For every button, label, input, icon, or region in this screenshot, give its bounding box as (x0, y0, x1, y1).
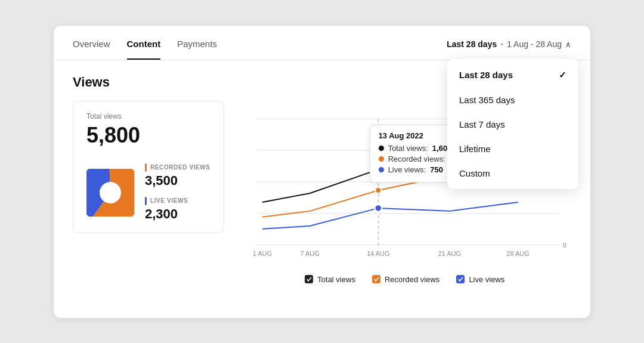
legend-total[interactable]: Total views (305, 275, 355, 284)
dropdown-item-last365[interactable]: Last 365 days (447, 88, 578, 112)
tab-content[interactable]: Content (127, 39, 161, 60)
chart-legend: Total views Recorded views Live views (239, 275, 571, 284)
live-value: 2,300 (145, 206, 210, 222)
legend-label-total: Total views (317, 275, 355, 284)
recorded-stat: RECORDED VIEWS 3,500 (145, 163, 210, 189)
recorded-label: RECORDED VIEWS (145, 163, 210, 172)
dropdown-item-label: Custom (459, 168, 490, 178)
tooltip-label-recorded: Recorded views: (388, 154, 445, 163)
dropdown-item-last28[interactable]: Last 28 days ✓ (447, 63, 578, 88)
recorded-value: 3,500 (145, 173, 210, 189)
total-views-label: Total views (86, 112, 210, 120)
dropdown-item-custom[interactable]: Custom (447, 161, 578, 186)
stats-panel: Total views 5,800 RECORDED VIEWS (73, 101, 224, 233)
tooltip-dot-total (379, 146, 384, 151)
stats-breakdown: RECORDED VIEWS 3,500 LIVE VIEWS 2,300 (145, 163, 210, 222)
tooltip-dot-recorded (379, 156, 384, 162)
legend-live[interactable]: Live views (456, 275, 504, 284)
svg-text:7 AUG: 7 AUG (300, 249, 319, 257)
svg-text:21 AUG: 21 AUG (438, 249, 460, 257)
tab-list: Overview Content Payments (73, 39, 217, 60)
dropdown-item-last7[interactable]: Last 7 days (447, 112, 578, 137)
date-selector-label: Last 28 days (447, 39, 497, 49)
legend-checkbox-live (456, 275, 465, 283)
tooltip-dot-live (379, 167, 384, 172)
dropdown-item-label: Last 7 days (459, 119, 505, 129)
tab-overview[interactable]: Overview (73, 39, 110, 60)
svg-text:14 AUG: 14 AUG (367, 249, 389, 257)
tab-payments[interactable]: Payments (177, 39, 217, 60)
live-label: LIVE VIEWS (145, 197, 210, 205)
tab-bar: Overview Content Payments Last 28 days •… (54, 26, 590, 60)
date-dropdown: Last 28 days ✓ Last 365 days Last 7 days… (447, 59, 578, 189)
svg-text:0: 0 (562, 241, 566, 248)
live-dot (374, 204, 382, 211)
svg-text:1 AUG: 1 AUG (252, 249, 271, 257)
svg-text:28 AUG: 28 AUG (506, 249, 529, 257)
legend-label-recorded: Recorded views (385, 275, 440, 284)
tooltip-label-total: Total views: (388, 144, 428, 153)
legend-label-live: Live views (469, 275, 504, 284)
total-views-value: 5,800 (86, 123, 210, 148)
date-selector[interactable]: Last 28 days • 1 Aug - 28 Aug ∧ (447, 39, 571, 58)
date-range: 1 Aug - 28 Aug (507, 39, 562, 49)
pie-wrapper: RECORDED VIEWS 3,500 LIVE VIEWS 2,300 (86, 163, 210, 222)
legend-checkbox-recorded (372, 275, 380, 283)
dropdown-item-label: Last 365 days (459, 95, 515, 105)
pie-chart (86, 169, 134, 217)
dropdown-item-lifetime[interactable]: Lifetime (447, 137, 578, 161)
legend-recorded[interactable]: Recorded views (372, 275, 440, 284)
dropdown-item-label: Lifetime (459, 144, 491, 154)
checkmark-icon: ✓ (559, 70, 566, 81)
date-separator: • (500, 39, 503, 49)
tooltip-value-live: 750 (430, 165, 443, 174)
tooltip-label-live: Live views: (388, 165, 426, 174)
recorded-bar (145, 163, 147, 172)
recorded-dot (375, 187, 381, 193)
legend-checkbox-total (305, 275, 313, 283)
main-card: Overview Content Payments Last 28 days •… (54, 26, 590, 318)
live-bar (145, 197, 147, 205)
chevron-up-icon: ∧ (565, 40, 571, 49)
live-stat: LIVE VIEWS 2,300 (145, 197, 210, 222)
dropdown-item-label: Last 28 days (459, 70, 513, 80)
